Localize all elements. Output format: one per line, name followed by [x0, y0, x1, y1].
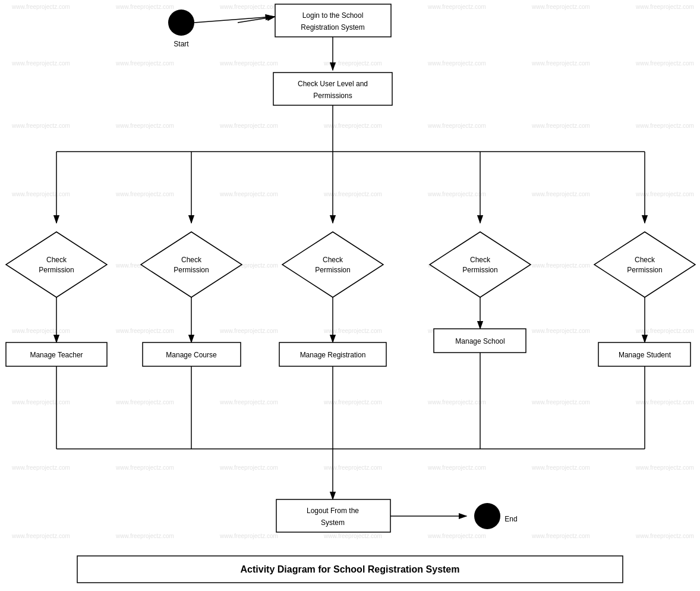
- svg-text:www.freeprojectz.com: www.freeprojectz.com: [427, 122, 486, 129]
- svg-text:www.freeprojectz.com: www.freeprojectz.com: [11, 399, 70, 405]
- diagram-container: www.freeprojectz.com www.freeprojectz.co…: [0, 0, 700, 591]
- manage-student-text: Manage Student: [619, 351, 671, 359]
- svg-text:www.freeprojectz.com: www.freeprojectz.com: [11, 464, 70, 471]
- svg-text:www.freeprojectz.com: www.freeprojectz.com: [323, 533, 382, 539]
- end-label: End: [504, 515, 517, 523]
- login-text-1: Login to the School: [302, 11, 364, 20]
- diamond5-text2: Permission: [627, 266, 662, 274]
- logout-text2: System: [321, 518, 345, 527]
- diamond2-text2: Permission: [174, 266, 209, 274]
- svg-text:www.freeprojectz.com: www.freeprojectz.com: [115, 328, 174, 334]
- manage-teacher-text: Manage Teacher: [30, 351, 83, 359]
- svg-text:www.freeprojectz.com: www.freeprojectz.com: [635, 191, 694, 197]
- svg-text:www.freeprojectz.com: www.freeprojectz.com: [427, 464, 486, 471]
- svg-text:www.freeprojectz.com: www.freeprojectz.com: [635, 533, 694, 539]
- start-circle: [168, 10, 194, 36]
- logout-box: [276, 499, 390, 532]
- check-user-level-text1: Check User Level and: [298, 80, 368, 88]
- svg-text:www.freeprojectz.com: www.freeprojectz.com: [219, 122, 278, 129]
- svg-text:www.freeprojectz.com: www.freeprojectz.com: [427, 399, 486, 405]
- svg-text:www.freeprojectz.com: www.freeprojectz.com: [635, 464, 694, 471]
- diamond3-text1: Check: [323, 256, 343, 264]
- svg-text:www.freeprojectz.com: www.freeprojectz.com: [531, 399, 590, 405]
- svg-text:www.freeprojectz.com: www.freeprojectz.com: [635, 399, 694, 405]
- svg-text:www.freeprojectz.com: www.freeprojectz.com: [115, 4, 174, 10]
- svg-text:www.freeprojectz.com: www.freeprojectz.com: [635, 60, 694, 67]
- svg-text:www.freeprojectz.com: www.freeprojectz.com: [11, 122, 70, 129]
- svg-text:www.freeprojectz.com: www.freeprojectz.com: [635, 328, 694, 334]
- diamond1-text1: Check: [46, 256, 67, 264]
- svg-text:www.freeprojectz.com: www.freeprojectz.com: [115, 60, 174, 67]
- diamond1: [6, 232, 107, 297]
- svg-text:www.freeprojectz.com: www.freeprojectz.com: [219, 399, 278, 405]
- diamond2-text1: Check: [181, 256, 202, 264]
- diamond3-text2: Permission: [315, 266, 350, 274]
- svg-text:www.freeprojectz.com: www.freeprojectz.com: [11, 4, 70, 10]
- login-box: [275, 4, 391, 37]
- svg-text:www.freeprojectz.com: www.freeprojectz.com: [219, 464, 278, 471]
- svg-text:www.freeprojectz.com: www.freeprojectz.com: [323, 191, 382, 197]
- svg-text:www.freeprojectz.com: www.freeprojectz.com: [115, 122, 174, 129]
- end-circle: [474, 503, 500, 529]
- svg-text:www.freeprojectz.com: www.freeprojectz.com: [531, 328, 590, 334]
- diamond4-text1: Check: [470, 256, 491, 264]
- svg-text:www.freeprojectz.com: www.freeprojectz.com: [115, 533, 174, 539]
- svg-text:www.freeprojectz.com: www.freeprojectz.com: [427, 4, 486, 10]
- diamond3: [282, 232, 383, 297]
- svg-text:www.freeprojectz.com: www.freeprojectz.com: [531, 533, 590, 539]
- svg-text:www.freeprojectz.com: www.freeprojectz.com: [427, 533, 486, 539]
- svg-text:www.freeprojectz.com: www.freeprojectz.com: [531, 191, 590, 197]
- svg-text:www.freeprojectz.com: www.freeprojectz.com: [323, 464, 382, 471]
- svg-text:www.freeprojectz.com: www.freeprojectz.com: [115, 464, 174, 471]
- svg-text:www.freeprojectz.com: www.freeprojectz.com: [219, 191, 278, 197]
- svg-text:www.freeprojectz.com: www.freeprojectz.com: [531, 464, 590, 471]
- svg-text:www.freeprojectz.com: www.freeprojectz.com: [323, 328, 382, 334]
- diamond1-text2: Permission: [39, 266, 74, 274]
- svg-text:www.freeprojectz.com: www.freeprojectz.com: [115, 399, 174, 405]
- svg-text:www.freeprojectz.com: www.freeprojectz.com: [219, 328, 278, 334]
- svg-text:www.freeprojectz.com: www.freeprojectz.com: [11, 60, 70, 67]
- svg-text:www.freeprojectz.com: www.freeprojectz.com: [531, 262, 590, 269]
- manage-school-text: Manage School: [455, 337, 504, 345]
- svg-text:www.freeprojectz.com: www.freeprojectz.com: [531, 60, 590, 67]
- svg-text:www.freeprojectz.com: www.freeprojectz.com: [115, 191, 174, 197]
- login-text-2: Registration System: [301, 23, 364, 32]
- diamond2: [141, 232, 242, 297]
- diamond5: [594, 232, 695, 297]
- arrow-start-to-login: [194, 17, 273, 23]
- svg-text:www.freeprojectz.com: www.freeprojectz.com: [635, 122, 694, 129]
- diamond4-text2: Permission: [462, 266, 497, 274]
- svg-text:www.freeprojectz.com: www.freeprojectz.com: [11, 328, 70, 334]
- svg-text:www.freeprojectz.com: www.freeprojectz.com: [219, 533, 278, 539]
- check-user-level-box: [273, 73, 392, 105]
- svg-text:www.freeprojectz.com: www.freeprojectz.com: [11, 191, 70, 197]
- svg-text:www.freeprojectz.com: www.freeprojectz.com: [219, 4, 278, 10]
- svg-text:www.freeprojectz.com: www.freeprojectz.com: [11, 533, 70, 539]
- diagram-title: Activity Diagram for School Registration…: [241, 564, 460, 574]
- svg-text:www.freeprojectz.com: www.freeprojectz.com: [323, 122, 382, 129]
- manage-course-text: Manage Course: [166, 351, 217, 359]
- check-user-level-text2: Permissions: [313, 92, 352, 100]
- logout-text1: Logout From the: [307, 507, 359, 515]
- diamond5-text1: Check: [635, 256, 655, 264]
- manage-registration-text: Manage Registration: [300, 351, 366, 359]
- start-label: Start: [174, 40, 189, 48]
- svg-text:www.freeprojectz.com: www.freeprojectz.com: [635, 4, 694, 10]
- diamond4: [430, 232, 531, 297]
- svg-text:www.freeprojectz.com: www.freeprojectz.com: [323, 60, 382, 67]
- svg-text:www.freeprojectz.com: www.freeprojectz.com: [531, 122, 590, 129]
- svg-text:www.freeprojectz.com: www.freeprojectz.com: [219, 60, 278, 67]
- svg-text:www.freeprojectz.com: www.freeprojectz.com: [427, 191, 486, 197]
- svg-text:www.freeprojectz.com: www.freeprojectz.com: [427, 60, 486, 67]
- svg-text:www.freeprojectz.com: www.freeprojectz.com: [323, 399, 382, 405]
- svg-text:www.freeprojectz.com: www.freeprojectz.com: [531, 4, 590, 10]
